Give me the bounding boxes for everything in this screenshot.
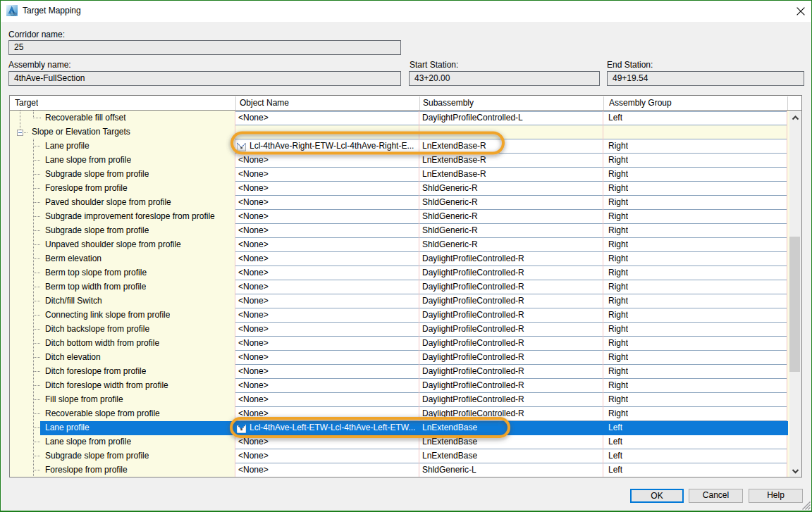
svg-text:C3D: C3D [11, 13, 18, 16]
